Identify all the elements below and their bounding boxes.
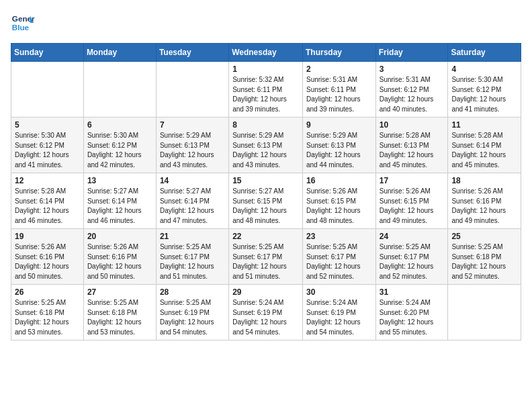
- day-number: 6: [87, 120, 152, 130]
- calendar-body: 1Sunrise: 5:32 AM Sunset: 6:11 PM Daylig…: [11, 62, 521, 340]
- day-number: 25: [451, 232, 517, 241]
- day-info: Sunrise: 5:26 AM Sunset: 6:16 PM Dayligh…: [15, 242, 80, 281]
- day-info: Sunrise: 5:26 AM Sunset: 6:16 PM Dayligh…: [87, 242, 152, 281]
- calendar-cell: 5Sunrise: 5:30 AM Sunset: 6:12 PM Daylig…: [11, 118, 84, 173]
- logo-icon: General Blue: [11, 11, 35, 35]
- calendar-cell: 10Sunrise: 5:28 AM Sunset: 6:13 PM Dayli…: [375, 118, 448, 173]
- day-info: Sunrise: 5:30 AM Sunset: 6:12 PM Dayligh…: [87, 131, 152, 170]
- day-number: 24: [380, 232, 445, 241]
- day-number: 22: [232, 232, 299, 241]
- day-number: 26: [15, 287, 80, 297]
- calendar-cell: 31Sunrise: 5:24 AM Sunset: 6:20 PM Dayli…: [375, 285, 448, 340]
- day-number: 29: [232, 287, 299, 297]
- calendar-cell: 2Sunrise: 5:31 AM Sunset: 6:11 PM Daylig…: [302, 62, 375, 118]
- calendar-cell: 16Sunrise: 5:26 AM Sunset: 6:15 PM Dayli…: [302, 173, 375, 229]
- calendar-cell: 13Sunrise: 5:27 AM Sunset: 6:14 PM Dayli…: [83, 173, 156, 229]
- day-info: Sunrise: 5:26 AM Sunset: 6:15 PM Dayligh…: [306, 187, 372, 226]
- day-number: 7: [160, 120, 225, 130]
- calendar-cell: 24Sunrise: 5:25 AM Sunset: 6:17 PM Dayli…: [375, 229, 448, 285]
- day-number: 8: [232, 120, 299, 130]
- day-info: Sunrise: 5:31 AM Sunset: 6:11 PM Dayligh…: [306, 75, 372, 114]
- calendar-cell: 21Sunrise: 5:25 AM Sunset: 6:17 PM Dayli…: [156, 229, 228, 285]
- day-number: 30: [306, 287, 372, 297]
- day-info: Sunrise: 5:25 AM Sunset: 6:18 PM Dayligh…: [451, 242, 517, 281]
- day-number: 17: [380, 176, 445, 185]
- calendar-cell: [11, 62, 84, 118]
- day-info: Sunrise: 5:24 AM Sunset: 6:20 PM Dayligh…: [380, 298, 445, 337]
- day-number: 16: [306, 176, 372, 185]
- day-number: 21: [160, 232, 225, 241]
- day-number: 18: [451, 176, 517, 185]
- day-number: 20: [87, 232, 152, 241]
- header-day: Friday: [375, 44, 448, 62]
- calendar-cell: [448, 285, 521, 340]
- day-number: 1: [232, 64, 299, 74]
- calendar-week-row: 5Sunrise: 5:30 AM Sunset: 6:12 PM Daylig…: [11, 118, 521, 173]
- day-info: Sunrise: 5:25 AM Sunset: 6:19 PM Dayligh…: [160, 298, 225, 337]
- day-number: 13: [87, 176, 152, 185]
- calendar-cell: 12Sunrise: 5:28 AM Sunset: 6:14 PM Dayli…: [11, 173, 84, 229]
- day-number: 31: [380, 287, 445, 297]
- header-day: Monday: [83, 44, 156, 62]
- calendar-cell: 7Sunrise: 5:29 AM Sunset: 6:13 PM Daylig…: [156, 118, 228, 173]
- calendar-cell: 11Sunrise: 5:28 AM Sunset: 6:14 PM Dayli…: [448, 118, 521, 173]
- day-number: 12: [15, 176, 80, 185]
- day-number: 15: [232, 176, 299, 185]
- day-number: 28: [160, 287, 225, 297]
- day-number: 11: [451, 120, 517, 130]
- day-info: Sunrise: 5:30 AM Sunset: 6:12 PM Dayligh…: [451, 75, 517, 114]
- calendar-week-row: 1Sunrise: 5:32 AM Sunset: 6:11 PM Daylig…: [11, 62, 521, 118]
- calendar-cell: 28Sunrise: 5:25 AM Sunset: 6:19 PM Dayli…: [156, 285, 228, 340]
- day-info: Sunrise: 5:25 AM Sunset: 6:18 PM Dayligh…: [87, 298, 152, 337]
- calendar-cell: 17Sunrise: 5:26 AM Sunset: 6:15 PM Dayli…: [375, 173, 448, 229]
- day-info: Sunrise: 5:27 AM Sunset: 6:15 PM Dayligh…: [232, 187, 299, 226]
- calendar-cell: 23Sunrise: 5:25 AM Sunset: 6:17 PM Dayli…: [302, 229, 375, 285]
- day-info: Sunrise: 5:25 AM Sunset: 6:17 PM Dayligh…: [380, 242, 445, 281]
- page-header: General Blue: [11, 11, 521, 35]
- day-info: Sunrise: 5:28 AM Sunset: 6:14 PM Dayligh…: [15, 187, 80, 226]
- calendar-cell: 8Sunrise: 5:29 AM Sunset: 6:13 PM Daylig…: [229, 118, 303, 173]
- header-day: Saturday: [448, 44, 521, 62]
- calendar-cell: 20Sunrise: 5:26 AM Sunset: 6:16 PM Dayli…: [83, 229, 156, 285]
- calendar-cell: [83, 62, 156, 118]
- day-info: Sunrise: 5:25 AM Sunset: 6:17 PM Dayligh…: [232, 242, 299, 281]
- day-number: 19: [15, 232, 80, 241]
- calendar-cell: 18Sunrise: 5:26 AM Sunset: 6:16 PM Dayli…: [448, 173, 521, 229]
- day-info: Sunrise: 5:30 AM Sunset: 6:12 PM Dayligh…: [15, 131, 80, 170]
- day-info: Sunrise: 5:25 AM Sunset: 6:18 PM Dayligh…: [15, 298, 80, 337]
- calendar-cell: 30Sunrise: 5:24 AM Sunset: 6:19 PM Dayli…: [302, 285, 375, 340]
- day-number: 4: [451, 64, 517, 74]
- day-info: Sunrise: 5:29 AM Sunset: 6:13 PM Dayligh…: [232, 131, 299, 170]
- day-number: 2: [306, 64, 372, 74]
- calendar-cell: 25Sunrise: 5:25 AM Sunset: 6:18 PM Dayli…: [448, 229, 521, 285]
- header-day: Tuesday: [156, 44, 228, 62]
- day-number: 5: [15, 120, 80, 130]
- day-info: Sunrise: 5:29 AM Sunset: 6:13 PM Dayligh…: [306, 131, 372, 170]
- day-info: Sunrise: 5:25 AM Sunset: 6:17 PM Dayligh…: [306, 242, 372, 281]
- calendar-cell: 14Sunrise: 5:27 AM Sunset: 6:14 PM Dayli…: [156, 173, 228, 229]
- header-day: Wednesday: [229, 44, 303, 62]
- calendar-cell: [156, 62, 228, 118]
- day-info: Sunrise: 5:28 AM Sunset: 6:14 PM Dayligh…: [451, 131, 517, 170]
- header-day: Thursday: [302, 44, 375, 62]
- day-info: Sunrise: 5:27 AM Sunset: 6:14 PM Dayligh…: [160, 187, 225, 226]
- day-number: 9: [306, 120, 372, 130]
- calendar-week-row: 19Sunrise: 5:26 AM Sunset: 6:16 PM Dayli…: [11, 229, 521, 285]
- svg-text:Blue: Blue: [12, 23, 30, 32]
- day-number: 14: [160, 176, 225, 185]
- calendar-cell: 19Sunrise: 5:26 AM Sunset: 6:16 PM Dayli…: [11, 229, 84, 285]
- calendar-cell: 15Sunrise: 5:27 AM Sunset: 6:15 PM Dayli…: [229, 173, 303, 229]
- day-info: Sunrise: 5:31 AM Sunset: 6:12 PM Dayligh…: [380, 75, 445, 114]
- calendar-cell: 3Sunrise: 5:31 AM Sunset: 6:12 PM Daylig…: [375, 62, 448, 118]
- calendar-cell: 1Sunrise: 5:32 AM Sunset: 6:11 PM Daylig…: [229, 62, 303, 118]
- day-info: Sunrise: 5:32 AM Sunset: 6:11 PM Dayligh…: [232, 75, 299, 114]
- calendar-cell: 4Sunrise: 5:30 AM Sunset: 6:12 PM Daylig…: [448, 62, 521, 118]
- day-number: 27: [87, 287, 152, 297]
- logo: General Blue: [11, 11, 38, 35]
- calendar-header: SundayMondayTuesdayWednesdayThursdayFrid…: [11, 44, 521, 62]
- calendar-cell: 9Sunrise: 5:29 AM Sunset: 6:13 PM Daylig…: [302, 118, 375, 173]
- day-info: Sunrise: 5:29 AM Sunset: 6:13 PM Dayligh…: [160, 131, 225, 170]
- calendar-cell: 6Sunrise: 5:30 AM Sunset: 6:12 PM Daylig…: [83, 118, 156, 173]
- day-number: 3: [380, 64, 445, 74]
- day-info: Sunrise: 5:26 AM Sunset: 6:15 PM Dayligh…: [380, 187, 445, 226]
